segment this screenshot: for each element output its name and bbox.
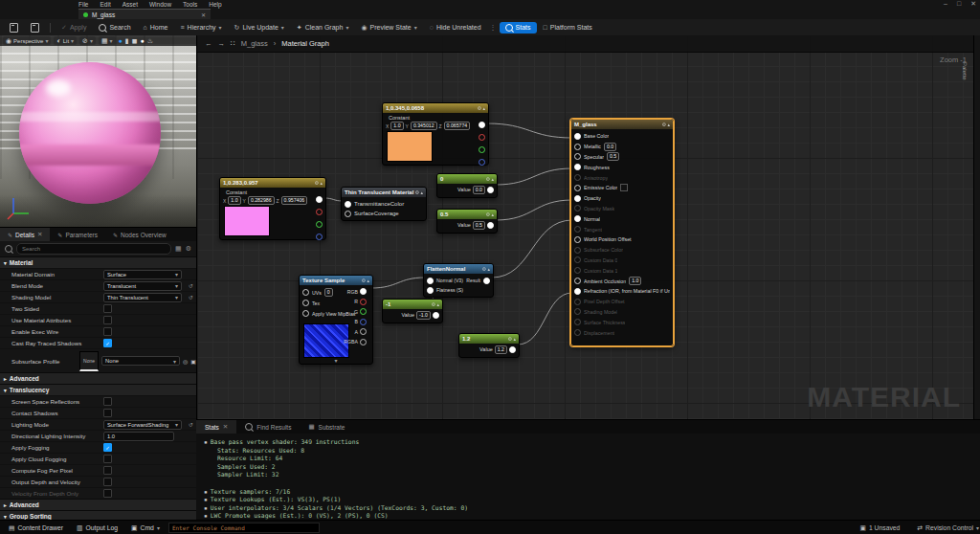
pin-dot[interactable] — [574, 226, 581, 233]
expand-node-chevron-icon[interactable]: ▾ — [334, 357, 337, 364]
node-mglass[interactable]: M_glass⚙ ▴Base ColorMetallic0.0Specular0… — [570, 119, 674, 346]
node-header[interactable]: FlattenNormal⚙ ▴ — [424, 264, 493, 274]
preview-scene-dropdown[interactable]: ▦▾ — [99, 36, 116, 45]
field-value[interactable]: 0.957406 — [281, 196, 308, 205]
node-vm1[interactable]: -1⚙ ▴Value-1.0 — [382, 299, 443, 323]
tab-parameters[interactable]: ✎Parameters — [50, 228, 105, 241]
show-flags-dropdown[interactable]: ⊘▾ — [79, 36, 96, 45]
palette-side-tab[interactable]: Palette — [973, 35, 980, 419]
output-depth-and-velocity-checkbox[interactable] — [103, 478, 112, 486]
pin-dot[interactable] — [302, 289, 309, 296]
contact-shadows-checkbox[interactable] — [103, 409, 112, 417]
tab-find-results[interactable]: Find Results — [236, 420, 300, 434]
node-flatten[interactable]: FlattenNormal⚙ ▴Normal (V3)ResultFlatnes… — [423, 263, 494, 298]
blend-mode-dropdown[interactable]: Translucent▾ — [103, 281, 182, 291]
node-constB[interactable]: 1,0.283,0.957⚙ ▴ConstantX1.0Y0.282986Z0.… — [219, 177, 326, 240]
pin-default-value[interactable]: 0.0 — [604, 143, 616, 151]
pin-dot[interactable] — [302, 310, 309, 317]
revision-control-button[interactable]: ⇄ Revision Control ▾ — [912, 523, 980, 533]
pin-dot[interactable] — [360, 319, 367, 325]
r-output-pin[interactable] — [316, 209, 323, 215]
menu-edit[interactable]: Edit — [100, 1, 110, 8]
home-button[interactable]: ⌂Home — [138, 22, 174, 33]
node-v05[interactable]: 0.5⚙ ▴Value0.5 — [436, 209, 498, 234]
platform-stats-button[interactable]: □Platform Stats — [538, 22, 598, 33]
reset-to-default-icon[interactable]: ↺ — [189, 421, 193, 428]
pin-dot[interactable] — [360, 339, 367, 345]
cylinder-shape-icon[interactable]: ▮ — [125, 37, 129, 44]
save-button[interactable] — [4, 21, 24, 34]
pin-dot[interactable] — [574, 205, 581, 211]
tab-details[interactable]: ✎Details✕ — [0, 228, 50, 241]
output-log-button[interactable]: ▥ Output Log — [72, 523, 122, 533]
section-advanced[interactable]: ▸Advanced — [0, 499, 196, 510]
section-material[interactable]: ▾Material — [0, 256, 196, 268]
pin-dot[interactable] — [302, 300, 309, 306]
g-output-pin[interactable] — [316, 221, 323, 228]
use-material-attributes-checkbox[interactable] — [103, 316, 112, 324]
node-header[interactable]: M_glass⚙ ▴ — [571, 120, 673, 129]
graph-hierarchy-icon[interactable]: ∷ — [231, 39, 235, 48]
menu-asset[interactable]: Asset — [122, 1, 138, 8]
hide-unrelated-button[interactable]: ◌Hide Unrelated — [424, 22, 487, 33]
node-tex[interactable]: Texture Sample⚙ ▴UVs0TexApply View MipBi… — [299, 275, 373, 365]
material-graph-canvas[interactable]: 1,0.345,0.0658⚙ ▴ConstantX1.0Y0.345012Z0… — [196, 35, 974, 419]
apply-fogging-checkbox[interactable]: ✓ — [103, 443, 112, 452]
value-field[interactable]: 1.2 — [495, 345, 507, 354]
use-selected-asset-icon[interactable]: ◎ — [183, 358, 188, 365]
field-value[interactable]: 0.282986 — [248, 196, 275, 205]
b-output-pin[interactable] — [479, 159, 485, 166]
pin-dot[interactable] — [574, 299, 581, 305]
node-v12[interactable]: 1.2⚙ ▴Value1.2 — [458, 333, 520, 358]
pin-dot[interactable] — [574, 236, 581, 243]
scalar-output-pin[interactable] — [487, 187, 494, 193]
material-domain-dropdown[interactable]: Surface▾ — [103, 270, 182, 279]
pin-default-value[interactable]: 1.0 — [629, 277, 641, 285]
pin-dot[interactable] — [574, 153, 581, 160]
tab-stats[interactable]: Stats✕ — [196, 420, 236, 434]
pin-dot[interactable] — [574, 329, 581, 336]
tab-substrate[interactable]: ▦Substrate — [300, 420, 353, 434]
pin-dot[interactable] — [574, 288, 581, 295]
pin-dot[interactable] — [574, 247, 581, 254]
hierarchy-button[interactable]: ≡Hierarchy▾ — [175, 22, 228, 33]
scalar-output-pin[interactable] — [433, 312, 439, 319]
value-field[interactable]: 0.0 — [473, 186, 485, 194]
realtime-toggle-icon[interactable]: ● — [119, 37, 122, 44]
close-tab-icon[interactable]: ✕ — [223, 423, 228, 431]
node-header[interactable]: Texture Sample⚙ ▴ — [300, 276, 372, 285]
pin-dot[interactable] — [360, 328, 367, 335]
back-icon[interactable]: ← — [205, 39, 212, 48]
pin-dot[interactable] — [574, 133, 581, 140]
menu-file[interactable]: File — [78, 1, 88, 8]
reset-to-default-icon[interactable]: ↺ — [189, 294, 193, 300]
b-output-pin[interactable] — [316, 234, 323, 240]
section-advanced[interactable]: ▸Advanced — [0, 372, 196, 384]
pin-dot[interactable] — [574, 185, 581, 191]
value-field[interactable]: 0.5 — [473, 221, 485, 230]
pin-dot[interactable] — [574, 144, 581, 150]
close-tab-icon[interactable]: ✕ — [37, 231, 42, 238]
clean-graph-button[interactable]: ✦Clean Graph▾ — [291, 22, 355, 33]
enable-exec-wire-checkbox[interactable] — [103, 327, 112, 336]
value-field[interactable]: -1.0 — [416, 311, 431, 320]
teapot-shape-icon[interactable]: ♨ — [147, 37, 153, 44]
menu-window[interactable]: Window — [149, 1, 171, 8]
preview-viewport[interactable]: ◉ Perspective ▾ ◐ Lit ▾ ⊘▾ ▦▾ ● ▮ ◼ ● ♨ — [0, 35, 196, 227]
node-header[interactable]: Thin Translucent Material⚙ ▴ — [342, 188, 426, 197]
pin-dot[interactable] — [345, 211, 351, 217]
pin-default-value[interactable]: 0.5 — [607, 152, 619, 161]
section-translucency[interactable]: ▾Translucency — [0, 384, 196, 395]
shading-model-dropdown[interactable]: Thin Translucent▾ — [103, 293, 182, 302]
pin-dot[interactable] — [574, 278, 581, 284]
emissive-color-swatch[interactable] — [620, 184, 628, 191]
velocity-from-depth-only-checkbox[interactable] — [103, 489, 112, 498]
maximize-button[interactable]: □ — [957, 0, 961, 8]
perspective-dropdown[interactable]: ◉ Perspective ▾ — [3, 36, 51, 45]
node-thin[interactable]: Thin Translucent Material⚙ ▴Transmittanc… — [341, 187, 427, 221]
toolbar-kebab-icon[interactable]: ⋮ — [488, 24, 499, 32]
node-constA[interactable]: 1,0.345,0.0658⚙ ▴ConstantX1.0Y0.345012Z0… — [382, 102, 489, 166]
scalar-output-pin[interactable] — [509, 346, 516, 353]
breadcrumb-root[interactable]: M_glass — [241, 39, 268, 48]
browse-button[interactable] — [25, 21, 45, 34]
